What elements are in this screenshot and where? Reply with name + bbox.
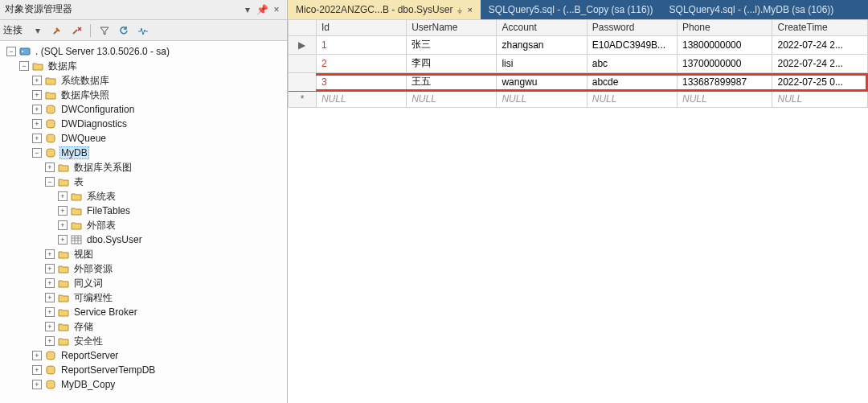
cell[interactable]: NULL <box>497 92 587 108</box>
column-header[interactable]: Phone <box>677 20 772 36</box>
tree-node-label[interactable]: dbo.SysUser <box>85 234 144 245</box>
connect-dropdown-icon[interactable]: ▾ <box>31 23 45 38</box>
cell[interactable]: 2022-07-25 0... <box>772 73 868 92</box>
column-header[interactable]: UserName <box>407 20 497 36</box>
tree-node-label[interactable]: Service Broker <box>72 306 139 318</box>
result-grid[interactable]: IdUserNameAccountPasswordPhoneCreateTime… <box>288 19 868 403</box>
expand-icon[interactable]: + <box>58 191 68 201</box>
tree-node-label[interactable]: 表 <box>72 175 85 189</box>
tree-node[interactable]: +ReportServer <box>2 348 287 363</box>
tree-node[interactable]: +同义词 <box>2 276 287 290</box>
cell[interactable]: NULL <box>587 92 677 108</box>
expand-icon[interactable]: + <box>32 119 42 129</box>
tree-node[interactable]: +MyDB_Copy <box>2 377 287 392</box>
tree-node-label[interactable]: DWConfiguration <box>59 104 136 115</box>
expand-icon[interactable]: + <box>32 365 42 375</box>
tree-node-label[interactable]: 系统数据库 <box>59 74 111 88</box>
tree-node[interactable]: +dbo.SysUser <box>2 232 287 247</box>
collapse-icon[interactable]: − <box>19 61 29 71</box>
expand-icon[interactable]: + <box>45 307 55 317</box>
tree-node[interactable]: +DWConfiguration <box>2 102 287 117</box>
expand-icon[interactable]: + <box>32 105 42 114</box>
document-tab[interactable]: SQLQuery5.sql - (...B_Copy (sa (116)) <box>481 0 661 19</box>
expand-icon[interactable]: + <box>58 220 68 230</box>
connect-label[interactable]: 连接 <box>3 23 23 37</box>
table-row[interactable]: 3王五wangwuabcde1336878999872022-07-25 0..… <box>289 73 868 92</box>
tree-node[interactable]: +外部资源 <box>2 261 287 276</box>
cell[interactable]: 2 <box>316 55 406 73</box>
expand-icon[interactable]: + <box>45 249 55 259</box>
tree-node-label[interactable]: 视图 <box>72 248 95 261</box>
cell[interactable]: zhangsan <box>497 36 587 55</box>
connect-icon[interactable] <box>50 23 64 38</box>
tree-node[interactable]: −表 <box>2 175 287 189</box>
close-icon[interactable]: × <box>271 4 282 15</box>
tree-node-label[interactable]: MyDB_Copy <box>59 379 117 390</box>
cell[interactable]: 3 <box>316 73 406 92</box>
expand-icon[interactable]: + <box>45 264 55 273</box>
tree-node-label[interactable]: 数据库快照 <box>59 88 111 102</box>
collapse-icon[interactable]: − <box>32 148 42 158</box>
data-table[interactable]: IdUserNameAccountPasswordPhoneCreateTime… <box>288 19 868 108</box>
tree-node[interactable]: +视图 <box>2 247 287 261</box>
cell[interactable]: NULL <box>316 92 406 108</box>
cell[interactable]: 李四 <box>407 55 497 73</box>
cell[interactable]: 张三 <box>407 36 497 55</box>
tree-node[interactable]: +ReportServerTempDB <box>2 363 287 377</box>
tree-node[interactable]: −. (SQL Server 13.0.5026.0 - sa) <box>2 44 287 59</box>
tree-node-label[interactable]: 外部表 <box>85 219 117 232</box>
tree-node-label[interactable]: DWQueue <box>59 133 108 144</box>
tree-node-label[interactable]: 可编程性 <box>72 291 114 305</box>
tree-node[interactable]: +存储 <box>2 319 287 334</box>
expand-icon[interactable]: + <box>32 380 42 389</box>
table-row[interactable]: *NULLNULLNULLNULLNULLNULL <box>289 92 868 108</box>
table-row[interactable]: ▶1张三zhangsanE10ADC3949B...13800000000202… <box>289 36 868 55</box>
cell[interactable]: NULL <box>772 92 868 108</box>
cell[interactable]: 13800000000 <box>677 36 772 55</box>
column-header[interactable]: Password <box>587 20 677 36</box>
tree-node-label[interactable]: 数据库 <box>47 60 79 73</box>
tree-node[interactable]: +Service Broker <box>2 305 287 319</box>
cell[interactable]: 13700000000 <box>677 55 772 73</box>
tree-node-label[interactable]: 外部资源 <box>72 262 114 276</box>
close-tab-icon[interactable]: × <box>467 5 472 14</box>
cell[interactable]: 2022-07-24 2... <box>772 36 868 55</box>
expand-icon[interactable]: + <box>32 90 42 100</box>
column-header[interactable]: CreateTime <box>772 20 868 36</box>
expand-icon[interactable]: + <box>58 206 68 216</box>
cell[interactable]: 2022-07-24 2... <box>772 55 868 73</box>
dropdown-icon[interactable]: ▾ <box>242 4 253 15</box>
table-row[interactable]: 2李四lisiabc137000000002022-07-24 2... <box>289 55 868 73</box>
tree-node[interactable]: +系统表 <box>2 189 287 204</box>
cell[interactable]: NULL <box>407 92 497 108</box>
cell[interactable]: lisi <box>497 55 587 73</box>
cell[interactable]: abc <box>587 55 677 73</box>
tree-node[interactable]: +可编程性 <box>2 290 287 305</box>
document-tab[interactable]: SQLQuery4.sql - (...l).MyDB (sa (106)) <box>661 0 842 19</box>
column-header[interactable]: Id <box>316 20 406 36</box>
collapse-icon[interactable]: − <box>45 177 55 187</box>
tree-node-label[interactable]: 同义词 <box>72 277 104 290</box>
column-header[interactable]: Account <box>497 20 587 36</box>
tree-node[interactable]: +数据库关系图 <box>2 160 287 175</box>
tree-node[interactable]: −MyDB <box>2 146 287 160</box>
tree-node-label[interactable]: ReportServerTempDB <box>59 364 157 376</box>
object-explorer-tree[interactable]: −. (SQL Server 13.0.5026.0 - sa)−数据库+系统数… <box>0 41 287 403</box>
expand-icon[interactable]: + <box>45 278 55 288</box>
tree-node-label[interactable]: 安全性 <box>72 335 104 348</box>
tree-node-label[interactable]: DWDiagnostics <box>59 118 129 130</box>
activity-icon[interactable] <box>136 23 150 38</box>
expand-icon[interactable]: + <box>45 336 55 346</box>
filter-icon[interactable] <box>97 23 112 38</box>
tree-node[interactable]: +安全性 <box>2 334 287 348</box>
cell[interactable]: NULL <box>677 92 772 108</box>
disconnect-icon[interactable] <box>69 23 84 38</box>
tree-node[interactable]: +DWQueue <box>2 131 287 146</box>
tree-node[interactable]: +系统数据库 <box>2 73 287 88</box>
document-tab[interactable]: Mico-2022ANZGC...B - dbo.SysUser⏚× <box>288 0 481 19</box>
expand-icon[interactable]: + <box>45 293 55 302</box>
pin-icon[interactable]: ⏚ <box>457 6 462 14</box>
tree-node[interactable]: −数据库 <box>2 59 287 73</box>
expand-icon[interactable]: + <box>45 162 55 172</box>
cell[interactable]: abcde <box>587 73 677 92</box>
